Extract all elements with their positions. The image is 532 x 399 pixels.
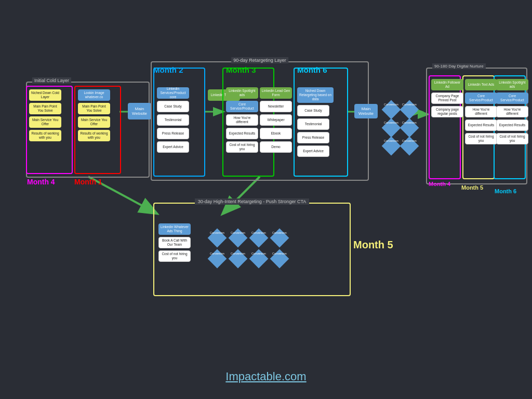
main-website-2: Main Website [354, 104, 378, 118]
footer-link[interactable]: Impactable.com [225, 370, 306, 383]
nurture-col3-node-3: How You're different [496, 106, 528, 117]
month5-nurture-label: Month 5 [461, 184, 483, 191]
retargeting-90day-label: 90-day Retargeting Layer [231, 57, 288, 63]
month3-ebook: Ebook [260, 128, 292, 139]
month3-node-1: Core Service/Product [226, 101, 258, 112]
month3-node-3: Expected Results [226, 128, 258, 139]
cold-node-2: Main Pain Point You Solve [29, 103, 61, 114]
nurture-col3: Linkedin Spotlight ads Core Service/Prod… [496, 79, 528, 144]
month6-node-1: Niched Down Retargeting based on data [297, 87, 334, 103]
month6-node-5: Expert Advice [297, 145, 329, 157]
cold-layer-left-nodes: Niched Down Cold Layer Main Pain Point Y… [29, 89, 61, 141]
retargeting-30day-label: 30-day High-Intent Retargeting - Push St… [195, 198, 309, 205]
month1-label: Month 1 [74, 178, 102, 186]
nurture-node-3: Company page regular posts [431, 106, 463, 117]
initial-cold-layer-label: Initial Cold Layer [32, 77, 71, 84]
month4-label-left: Month 4 [27, 178, 55, 186]
month2-node-1: Linkedin Services/Product core [157, 87, 189, 99]
month5-label: Month 5 [353, 239, 393, 251]
month3-node-4: Cost of not hiring you [226, 141, 258, 153]
month3-demo: Demo [260, 141, 292, 153]
retargeting-30-nodes: Linkedin Whatever Ads Thing Book A Call … [158, 223, 191, 262]
month4-nurture-label: Month 4 [429, 181, 450, 187]
month6-node-2: Case Study [297, 105, 329, 116]
month3-newsletter: Newsletter [260, 101, 292, 112]
cold-node-r4: Results of working with you [78, 130, 110, 141]
month2-node-2: Case Study [157, 101, 189, 112]
month2-nodes: Linkedin Services/Product core Case Stud… [157, 87, 189, 153]
nurture-col2-node-5: Cost of not hiring you [465, 133, 497, 144]
main-website-1: Main Website [128, 103, 151, 119]
month2-label: Month 2 [153, 65, 183, 74]
month3-whitepaper: Whitepaper [260, 114, 292, 126]
month3-label: Month 3 [226, 65, 256, 74]
month6-label: Month 6 [297, 65, 327, 74]
nurture-col2-node-1: Linkedin Text Ads [465, 79, 497, 90]
nurture-col1: Linkedin Follower Ad Company Page Pinned… [431, 79, 463, 117]
month2-node-5: Expert Advice [157, 141, 189, 153]
nurture-col2-node-2: Core Service/Product [465, 92, 497, 104]
digital-nurture-label: 90-180 Day Digital Nurture [432, 63, 486, 69]
retargeting-30-node-1: Linkedin Whatever Ads Thing [158, 223, 191, 235]
month2-node-3: Testimonial [157, 114, 189, 126]
nurture-col3-node-5: Cost of not hiring you [496, 133, 528, 144]
month6-node-3: Testimonial [297, 118, 329, 130]
cold-node-1: Niched Down Cold Layer [29, 89, 61, 101]
nurture-col3-node-1: Linkedin Spotlight ads [496, 79, 528, 90]
nurture-col3-node-2: Core Service/Product [496, 92, 528, 104]
month6-nodes: Niched Down Retargeting based on data Ca… [297, 87, 334, 157]
month6-node-4: Press Release [297, 132, 329, 143]
nurture-col3-node-4: Expected Results [496, 119, 528, 131]
month3-right-nodes: Newsletter Whitepaper Ebook Demo [260, 101, 292, 153]
cold-node-r2: Main Pain Point You Solve [78, 103, 110, 114]
month6-nurture-label: Month 6 [495, 188, 516, 194]
nurture-node-1: Linkedin Follower Ad [431, 79, 463, 90]
cold-layer-right-nodes: Lookin Image whatever.co Main Pain Point… [78, 89, 110, 141]
nurture-node-2: Company Page Pinned Post [431, 92, 463, 104]
nurture-col2: Linkedin Text Ads Core Service/Product H… [465, 79, 497, 144]
nurture-col2-node-3: How You're different [465, 106, 497, 117]
cold-node-r1: Lookin Image whatever.co [78, 89, 110, 101]
cold-node-4: Results of working with you [29, 130, 61, 141]
cold-node-3: Main Service You Offer [29, 116, 61, 128]
month3-nodes: Core Service/Product How You're differen… [226, 101, 258, 153]
cold-node-r3: Main Service You Offer [78, 116, 110, 128]
month3-node-2: How You're different [226, 114, 258, 126]
month2-node-4: Press Release [157, 128, 189, 139]
month3-lead-gen: Linkedin Lead Gen Form [260, 87, 292, 99]
nurture-col2-node-4: Expected Results [465, 119, 497, 131]
retargeting-30-node-2: Book A Call With Our Team [158, 237, 191, 248]
month3-spotlight: Linkedin Spotlight ads [226, 87, 258, 99]
retargeting-30-node-3: Cost of not hiring you [158, 250, 191, 262]
